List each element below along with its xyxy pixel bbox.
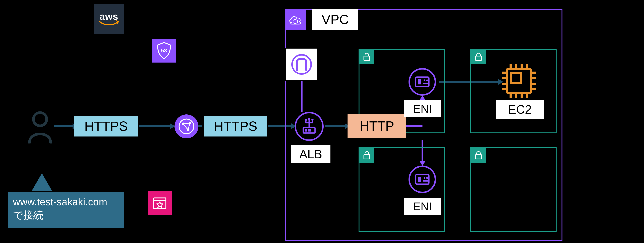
svg-point-16 bbox=[34, 113, 47, 126]
svg-rect-28 bbox=[418, 79, 421, 84]
svg-point-24 bbox=[305, 119, 307, 121]
architecture-diagram: aws 53 VPC bbox=[0, 0, 644, 243]
ec2-icon bbox=[502, 64, 536, 98]
svg-point-17 bbox=[179, 119, 194, 134]
aws-logo-text: aws bbox=[100, 11, 118, 22]
svg-point-35 bbox=[426, 177, 428, 179]
cloudfront-globe-icon bbox=[174, 114, 198, 138]
svg-rect-54 bbox=[511, 73, 521, 83]
subnet-lock-icon bbox=[360, 148, 374, 163]
svg-text:53: 53 bbox=[161, 48, 167, 54]
svg-rect-15 bbox=[476, 154, 482, 159]
svg-rect-22 bbox=[305, 129, 307, 132]
aws-smile-icon bbox=[99, 21, 119, 27]
svg-rect-36 bbox=[424, 180, 428, 181]
domain-callout: www.test-sakaki.com で接続 bbox=[7, 191, 125, 229]
protocol-http-label: HTTP bbox=[348, 114, 406, 138]
eni-label: ENI bbox=[404, 100, 441, 117]
svg-point-26 bbox=[311, 119, 314, 121]
acm-certificate-icon bbox=[148, 191, 172, 215]
subnet-lock-icon bbox=[471, 148, 486, 163]
svg-rect-55 bbox=[154, 198, 166, 209]
eni-icon bbox=[408, 166, 436, 193]
callout-line2: で接続 bbox=[13, 209, 120, 222]
route53-icon: 53 bbox=[152, 39, 176, 63]
svg-rect-31 bbox=[424, 83, 428, 84]
svg-point-29 bbox=[424, 80, 426, 81]
svg-rect-33 bbox=[418, 177, 421, 182]
eni-label: ENI bbox=[404, 198, 441, 215]
subnet-lock-icon bbox=[471, 50, 486, 64]
protocol-https-label-2: HTTPS bbox=[204, 116, 267, 136]
svg-point-34 bbox=[424, 177, 426, 179]
protocol-https-label-1: HTTPS bbox=[74, 116, 138, 136]
svg-rect-23 bbox=[308, 129, 310, 132]
svg-point-11 bbox=[292, 55, 311, 74]
aws-logo-icon: aws bbox=[94, 4, 124, 34]
private-subnet-az2-app bbox=[358, 147, 445, 232]
svg-rect-14 bbox=[476, 56, 482, 61]
svg-point-30 bbox=[426, 80, 428, 81]
svg-rect-32 bbox=[416, 175, 429, 184]
user-icon bbox=[26, 110, 54, 143]
svg-rect-27 bbox=[416, 77, 429, 87]
alb-label: ALB bbox=[291, 145, 330, 163]
callout-tail bbox=[31, 173, 52, 192]
alb-icon bbox=[295, 112, 324, 141]
vpc-label: VPC bbox=[312, 9, 358, 30]
svg-point-25 bbox=[308, 118, 310, 120]
vpc-cloud-icon bbox=[285, 9, 306, 30]
callout-line1: www.test-sakaki.com bbox=[13, 195, 120, 209]
ec2-label: EC2 bbox=[496, 100, 544, 119]
eni-icon bbox=[408, 68, 436, 96]
subnet-lock-icon bbox=[360, 50, 374, 64]
svg-rect-12 bbox=[364, 56, 370, 61]
svg-rect-13 bbox=[364, 154, 370, 159]
internet-gateway-icon bbox=[285, 48, 318, 81]
private-subnet-az2-ec2 bbox=[470, 147, 556, 232]
